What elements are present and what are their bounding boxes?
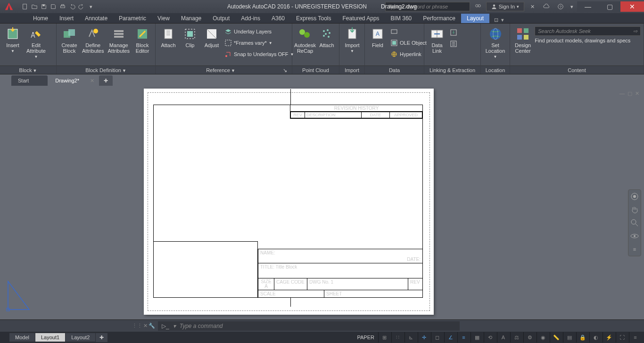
workspace-icon[interactable]: ⚙ xyxy=(523,332,536,343)
grid-icon[interactable]: ⊞ xyxy=(378,332,390,343)
ucs-icon[interactable] xyxy=(6,279,34,313)
vp-maximize-icon[interactable]: ▢ xyxy=(627,90,632,97)
tab-addins[interactable]: Add-ins xyxy=(235,14,266,23)
drawing-canvas[interactable]: REVISION HISTORY REV DESCRIPTION DATE AP… xyxy=(0,86,644,319)
tab-output[interactable]: Output xyxy=(207,14,235,23)
tab-view[interactable]: View xyxy=(152,14,175,23)
seek-search-input[interactable]: Search Autodesk Seek⇨ xyxy=(535,26,641,36)
qat-dropdown-icon[interactable]: ▾ xyxy=(87,2,95,11)
design-center-button[interactable]: Design Center xyxy=(513,25,533,55)
tab-model[interactable]: Model xyxy=(9,333,35,342)
selection-cycling-icon[interactable]: ⟲ xyxy=(484,332,496,343)
insert-button[interactable]: Insert▼ xyxy=(3,25,23,54)
lineweight-icon[interactable]: ≡ xyxy=(457,332,470,343)
adjust-button[interactable]: Adjust xyxy=(202,25,222,49)
cloud-icon[interactable] xyxy=(540,1,553,12)
panel-blockdef-title[interactable]: Block Definition▼ xyxy=(57,65,155,74)
close-tab-icon[interactable]: ✕ xyxy=(90,78,94,84)
cmd-grip-icon[interactable]: ⋮⋮ xyxy=(132,323,142,329)
close-button[interactable]: ✕ xyxy=(620,1,644,12)
edit-attribute-button[interactable]: Edit Attribute▼ xyxy=(25,25,48,60)
field-button[interactable]: AField xyxy=(368,25,388,49)
nav-wheel-icon[interactable] xyxy=(630,192,639,201)
ole-object-button[interactable]: OLE Object xyxy=(389,38,428,48)
minimize-button[interactable]: — xyxy=(577,1,599,12)
maximize-button[interactable]: ▢ xyxy=(599,1,620,12)
app-menu-button[interactable] xyxy=(0,0,18,13)
datalink-button[interactable]: Data Link xyxy=(427,25,447,55)
nav-pan-icon[interactable] xyxy=(630,205,639,214)
underlay-layers-button[interactable]: Underlay Layers xyxy=(223,26,295,37)
panel-reference-title[interactable]: Reference▼↘ xyxy=(156,65,292,74)
seek-go-icon[interactable]: ⇨ xyxy=(633,28,637,34)
frames-button[interactable]: *Frames vary* ▼ xyxy=(223,38,295,48)
saveas-icon[interactable] xyxy=(49,2,58,11)
extract-data-icon[interactable] xyxy=(449,39,458,49)
clip-button[interactable]: Clip xyxy=(180,25,200,49)
tab-a360[interactable]: A360 xyxy=(266,14,290,23)
osnap-icon[interactable]: ◻ xyxy=(431,332,443,343)
annotation-scale-icon[interactable]: A xyxy=(497,332,509,343)
hyperlink-button[interactable]: Hyperlink xyxy=(389,49,428,59)
tab-parametric[interactable]: Parametric xyxy=(113,14,152,23)
help-dropdown-icon[interactable]: ▾ xyxy=(569,1,575,12)
save-icon[interactable] xyxy=(40,2,48,11)
hardware-accel-icon[interactable]: ⚡ xyxy=(603,332,615,343)
scale-list-icon[interactable]: ⚖ xyxy=(510,332,522,343)
attach-button[interactable]: Attach xyxy=(158,25,178,49)
doc-dropdown-icon[interactable]: ▾ xyxy=(501,17,504,23)
tab-layout2[interactable]: Layout2 xyxy=(66,333,95,342)
quick-properties-icon[interactable]: ▤ xyxy=(563,332,575,343)
tab-home[interactable]: Home xyxy=(27,14,54,23)
set-location-button[interactable]: Set Location▼ xyxy=(484,25,507,60)
open-icon[interactable] xyxy=(30,2,39,11)
filetab-new[interactable]: ✚ xyxy=(99,75,113,86)
ortho-icon[interactable]: ⊾ xyxy=(405,332,417,343)
vp-minimize-icon[interactable]: — xyxy=(619,90,625,97)
cmd-config-icon[interactable]: 🔧 xyxy=(149,323,155,329)
tab-bim360[interactable]: BIM 360 xyxy=(385,14,418,23)
transparency-icon[interactable]: ▦ xyxy=(471,332,483,343)
snap-underlays-button[interactable]: Snap to Underlays OFF ▼ xyxy=(223,49,295,59)
tab-manage[interactable]: Manage xyxy=(175,14,207,23)
snap-icon[interactable]: ∷ xyxy=(391,332,404,343)
signin-button[interactable]: Sign In▾ xyxy=(486,2,524,11)
doc-focus-icon[interactable]: ⊡ xyxy=(494,17,498,23)
tab-layout[interactable]: Layout xyxy=(461,14,489,23)
exchange-icon[interactable]: ✕ xyxy=(526,1,538,12)
annotation-monitor-icon[interactable]: ◉ xyxy=(537,332,549,343)
polar-icon[interactable]: ✛ xyxy=(418,332,430,343)
block-editor-button[interactable]: Block Editor xyxy=(132,25,152,55)
search-icon[interactable] xyxy=(472,1,484,12)
recap-button[interactable]: Autodesk ReCap xyxy=(295,25,315,55)
tab-annotate[interactable]: Annotate xyxy=(79,14,113,23)
customize-icon[interactable]: ≡ xyxy=(629,332,641,343)
tab-insert[interactable]: Insert xyxy=(54,14,79,23)
create-block-button[interactable]: Create Block xyxy=(59,25,79,55)
tab-express[interactable]: Express Tools xyxy=(290,14,337,23)
tab-performance[interactable]: Performance xyxy=(417,14,461,23)
ole-button[interactable] xyxy=(389,26,428,37)
cmd-close-icon[interactable]: ✕ xyxy=(143,323,148,329)
panel-block-title[interactable]: Block▼ xyxy=(0,65,56,74)
import-button[interactable]: Import▼ xyxy=(342,25,362,54)
download-link-icon[interactable] xyxy=(449,27,458,38)
new-icon[interactable] xyxy=(21,2,29,11)
clean-screen-icon[interactable]: ⛶ xyxy=(616,332,628,343)
units-icon[interactable]: 📏 xyxy=(550,332,562,343)
nav-zoom-icon[interactable] xyxy=(630,218,639,228)
undo-icon[interactable] xyxy=(68,2,76,11)
nav-orbit-icon[interactable] xyxy=(630,231,639,241)
space-indicator[interactable]: PAPER xyxy=(357,335,374,340)
manage-attributes-button[interactable]: Manage Attributes xyxy=(107,25,131,55)
filetab-start[interactable]: Start xyxy=(11,75,48,86)
define-attributes-button[interactable]: Define Attributes xyxy=(81,25,105,55)
redo-icon[interactable] xyxy=(77,2,86,11)
help-icon[interactable]: ? xyxy=(554,1,567,12)
vp-close-icon[interactable]: ✕ xyxy=(635,90,639,97)
tab-add-layout[interactable]: ✚ xyxy=(96,333,107,342)
pc-attach-button[interactable]: Attach xyxy=(317,25,337,49)
filetab-drawing2[interactable]: Drawing2*✕ xyxy=(49,75,98,86)
otrack-icon[interactable]: ∠ xyxy=(444,332,456,343)
tab-featured[interactable]: Featured Apps xyxy=(337,14,385,23)
